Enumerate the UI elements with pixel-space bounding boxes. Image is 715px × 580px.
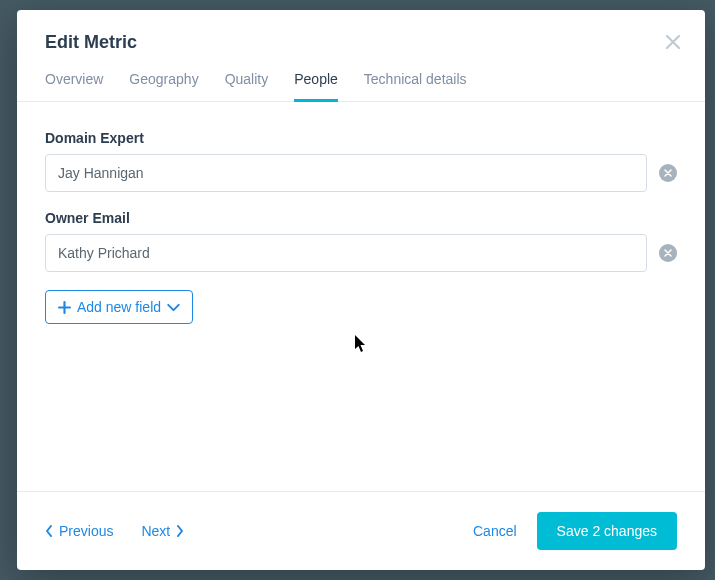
close-button[interactable] — [663, 32, 683, 52]
save-button[interactable]: Save 2 changes — [537, 512, 677, 550]
modal-header: Edit Metric — [17, 10, 705, 71]
modal-title: Edit Metric — [45, 32, 677, 53]
plus-icon — [58, 301, 71, 314]
add-new-field-button[interactable]: Add new field — [45, 290, 193, 324]
chevron-left-icon — [45, 525, 53, 537]
field-label: Domain Expert — [45, 130, 677, 146]
tab-geography[interactable]: Geography — [129, 71, 198, 101]
close-icon — [666, 35, 680, 49]
tabs: Overview Geography Quality People Techni… — [17, 71, 705, 102]
remove-field-button[interactable] — [659, 244, 677, 262]
remove-field-button[interactable] — [659, 164, 677, 182]
nav-buttons: Previous Next — [45, 523, 184, 539]
close-icon — [664, 249, 672, 257]
next-button[interactable]: Next — [141, 523, 184, 539]
tab-technical-details[interactable]: Technical details — [364, 71, 467, 101]
modal-footer: Previous Next Cancel Save 2 changes — [17, 491, 705, 570]
tab-people[interactable]: People — [294, 71, 338, 101]
field-row — [45, 154, 677, 192]
field-label: Owner Email — [45, 210, 677, 226]
field-row — [45, 234, 677, 272]
field-group-domain-expert: Domain Expert — [45, 130, 677, 192]
chevron-right-icon — [176, 525, 184, 537]
owner-email-input[interactable] — [45, 234, 647, 272]
next-label: Next — [141, 523, 170, 539]
cancel-button[interactable]: Cancel — [473, 523, 517, 539]
edit-metric-modal: Edit Metric Overview Geography Quality P… — [17, 10, 705, 570]
field-group-owner-email: Owner Email — [45, 210, 677, 272]
chevron-down-icon — [167, 301, 180, 314]
previous-label: Previous — [59, 523, 113, 539]
add-field-label: Add new field — [77, 299, 161, 315]
previous-button[interactable]: Previous — [45, 523, 113, 539]
close-icon — [664, 169, 672, 177]
modal-body: Domain Expert Owner Email Add new field — [17, 102, 705, 491]
tab-quality[interactable]: Quality — [225, 71, 269, 101]
tab-overview[interactable]: Overview — [45, 71, 103, 101]
action-buttons: Cancel Save 2 changes — [473, 512, 677, 550]
domain-expert-input[interactable] — [45, 154, 647, 192]
